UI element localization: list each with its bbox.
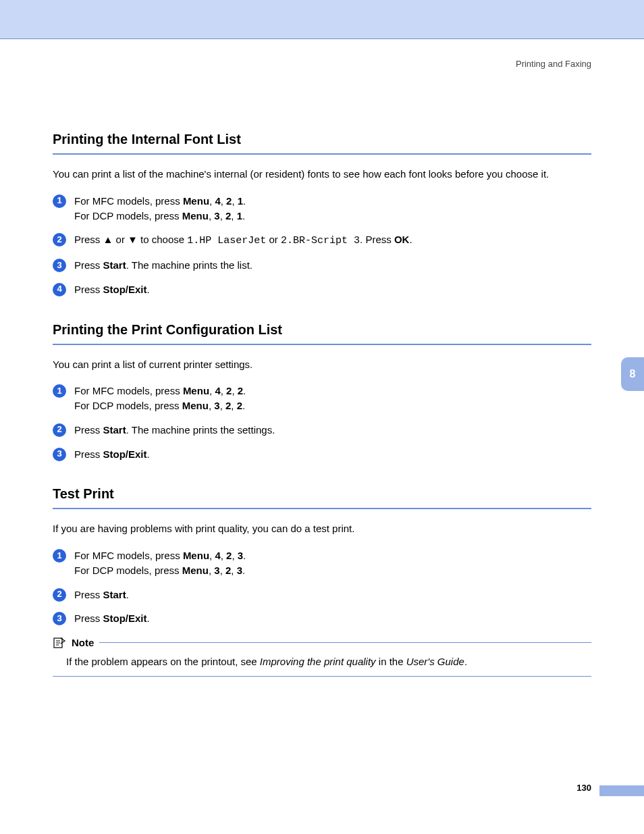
step-body: Press Start. The machine prints the sett… <box>74 423 591 438</box>
step-3: 3 Press Start. The machine prints the li… <box>53 258 591 273</box>
step-2: 2 Press Start. The machine prints the se… <box>53 423 591 438</box>
step-1: 1 For MFC models, press Menu, 4, 2, 1. F… <box>53 194 591 224</box>
up-arrow-icon: ▲ <box>103 234 113 245</box>
intro-test-print: If you are having problems with print qu… <box>53 521 591 536</box>
step-number-icon: 1 <box>53 384 66 398</box>
step-2: 2 Press Start. <box>53 588 591 602</box>
step-3: 3 Press Stop/Exit. <box>53 611 591 626</box>
step-body: For MFC models, press Menu, 4, 2, 2. For… <box>74 384 591 413</box>
step-body: Press Start. The machine prints the list… <box>74 258 591 273</box>
note-header: Note <box>53 635 591 650</box>
step-number-icon: 1 <box>53 549 66 563</box>
step-body: For MFC models, press Menu, 4, 2, 1. For… <box>74 194 591 224</box>
note-body: If the problem appears on the printout, … <box>53 650 591 677</box>
note-divider <box>99 642 591 643</box>
step-body: For MFC models, press Menu, 4, 2, 3. For… <box>74 548 591 578</box>
step-number-icon: 3 <box>53 259 66 272</box>
step-body: Press Start. <box>74 588 591 602</box>
step-body: Press Stop/Exit. <box>74 611 591 626</box>
note-icon <box>53 636 66 650</box>
step-2: 2 Press ▲ or ▼ to choose 1.HP LaserJet o… <box>53 232 591 249</box>
step-number-icon: 4 <box>53 283 66 296</box>
step-body: Press Stop/Exit. <box>74 447 591 462</box>
heading-config-list: Printing the Print Configuration List <box>53 320 591 345</box>
heading-font-list: Printing the Internal Font List <box>53 130 591 155</box>
page-number: 130 <box>576 782 591 795</box>
step-body: Press ▲ or ▼ to choose 1.HP LaserJet or … <box>74 232 591 249</box>
header-bar <box>0 0 644 39</box>
note-block: Note If the problem appears on the print… <box>53 635 591 677</box>
chapter-tab: 8 <box>621 357 644 391</box>
step-1: 1 For MFC models, press Menu, 4, 2, 3. F… <box>53 548 591 578</box>
step-number-icon: 2 <box>53 588 66 602</box>
intro-config-list: You can print a list of current printer … <box>53 357 591 372</box>
step-number-icon: 3 <box>53 612 66 625</box>
intro-font-list: You can print a list of the machine's in… <box>53 167 591 182</box>
step-body: Press Stop/Exit. <box>74 282 591 297</box>
step-number-icon: 1 <box>53 194 66 208</box>
step-number-icon: 3 <box>53 448 66 461</box>
step-1: 1 For MFC models, press Menu, 4, 2, 2. F… <box>53 384 591 413</box>
note-label: Note <box>72 635 94 650</box>
footer-bar <box>599 785 644 796</box>
step-4: 4 Press Stop/Exit. <box>53 282 591 297</box>
step-3: 3 Press Stop/Exit. <box>53 447 591 462</box>
down-arrow-icon: ▼ <box>128 234 138 245</box>
page-content: Printing the Internal Font List You can … <box>0 130 644 677</box>
step-number-icon: 2 <box>53 423 66 437</box>
heading-test-print: Test Print <box>53 484 591 509</box>
step-number-icon: 2 <box>53 233 66 246</box>
header-section-label: Printing and Faxing <box>516 58 591 71</box>
